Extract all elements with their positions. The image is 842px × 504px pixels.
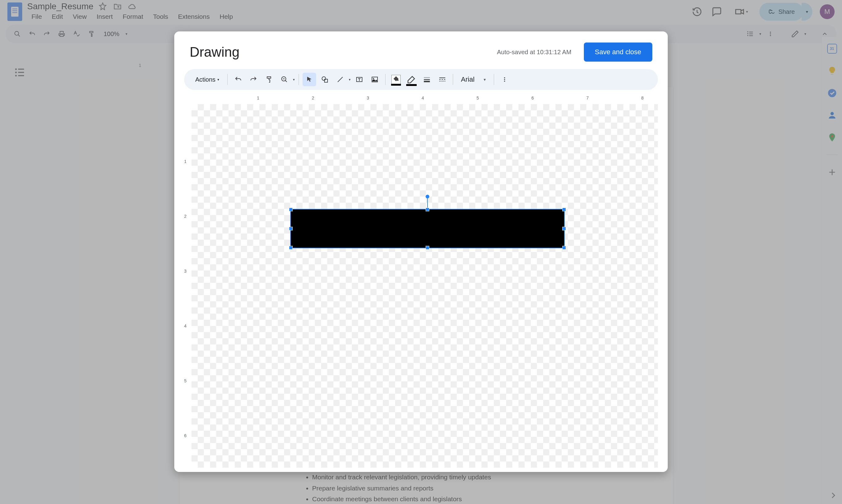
autosave-status: Auto-saved at 10:31:12 AM xyxy=(497,49,571,56)
resize-handle-tl[interactable] xyxy=(289,208,293,211)
rotate-handle[interactable] xyxy=(426,195,429,198)
svg-point-18 xyxy=(504,81,505,82)
text-box-icon[interactable] xyxy=(353,73,366,86)
resize-handle-br[interactable] xyxy=(562,246,566,250)
actions-menu[interactable]: Actions▾ xyxy=(191,73,224,86)
undo-icon[interactable] xyxy=(231,73,245,86)
more-icon[interactable] xyxy=(498,73,511,86)
line-tool-icon[interactable] xyxy=(333,73,347,86)
resize-handle-mr[interactable] xyxy=(562,227,566,231)
drawing-dialog: Drawing Auto-saved at 10:31:12 AM Save a… xyxy=(174,32,668,472)
resize-handle-bm[interactable] xyxy=(426,246,429,250)
border-color-icon[interactable] xyxy=(405,73,418,86)
drawing-canvas-area: 1 2 3 4 5 6 7 8 1 2 3 4 5 6 xyxy=(184,95,658,468)
svg-point-11 xyxy=(322,77,326,80)
svg-point-17 xyxy=(504,79,505,80)
resize-handle-tm[interactable] xyxy=(426,208,429,211)
svg-point-15 xyxy=(373,78,374,79)
zoom-icon[interactable] xyxy=(278,73,291,86)
resize-handle-tr[interactable] xyxy=(562,208,566,211)
save-and-close-button[interactable]: Save and close xyxy=(584,42,652,61)
paint-format-icon[interactable] xyxy=(262,73,276,86)
select-tool-icon[interactable] xyxy=(303,73,316,86)
image-icon[interactable] xyxy=(368,73,381,86)
resize-handle-bl[interactable] xyxy=(289,246,293,250)
border-weight-icon[interactable] xyxy=(420,73,434,86)
drawing-canvas[interactable] xyxy=(191,104,658,468)
drawing-toolbar: Actions▾ ▾ ▾ Arial xyxy=(184,69,658,90)
selected-rectangle-shape[interactable] xyxy=(290,209,565,248)
vertical-ruler: 1 2 3 4 5 6 xyxy=(184,104,191,468)
font-select[interactable]: Arial xyxy=(457,73,490,86)
rotate-connector xyxy=(427,197,428,208)
fill-color-icon[interactable] xyxy=(389,73,403,86)
redo-icon[interactable] xyxy=(247,73,260,86)
svg-point-16 xyxy=(504,77,505,78)
svg-rect-12 xyxy=(325,79,328,82)
resize-handle-ml[interactable] xyxy=(289,227,293,231)
shape-tool-icon[interactable] xyxy=(318,73,331,86)
horizontal-ruler: 1 2 3 4 5 6 7 8 xyxy=(191,95,658,104)
border-dash-icon[interactable] xyxy=(435,73,449,86)
dialog-title: Drawing xyxy=(190,44,239,60)
